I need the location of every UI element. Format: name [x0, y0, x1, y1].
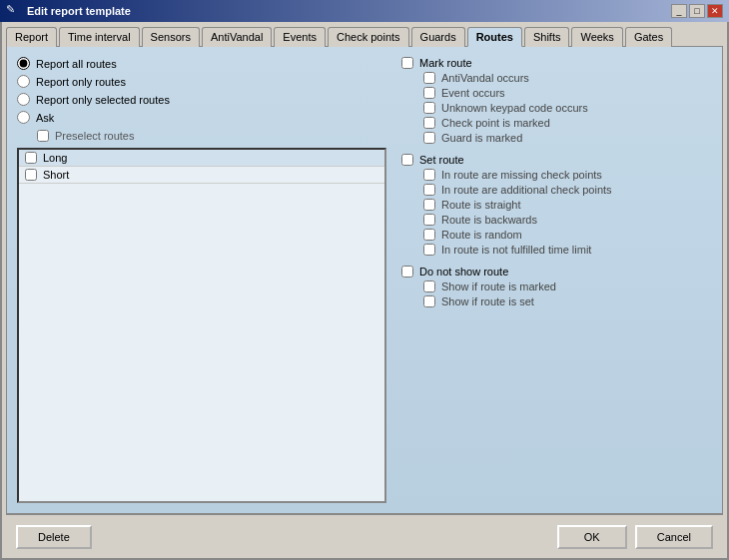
radio-report-only[interactable]: Report only routes [17, 75, 386, 88]
close-button[interactable]: ✕ [707, 4, 723, 18]
sub-additional-checkpoints[interactable]: In route are additional check points [423, 184, 712, 196]
set-route-title: Set route [419, 154, 464, 166]
sub-event-occurs-checkbox[interactable] [423, 87, 435, 99]
cancel-button[interactable]: Cancel [635, 525, 713, 549]
sub-antivandal-occurs-checkbox[interactable] [423, 72, 435, 84]
sub-event-occurs[interactable]: Event occurs [423, 87, 712, 99]
tab-check-points[interactable]: Check points [328, 27, 409, 47]
mark-route-title: Mark route [419, 57, 472, 69]
tab-bar: Report Time interval Sensors AntiVandal … [2, 22, 727, 46]
sub-show-if-marked-checkbox[interactable] [423, 280, 435, 292]
tab-report[interactable]: Report [6, 27, 57, 47]
list-item-short-checkbox[interactable] [25, 169, 37, 181]
radio-ask[interactable]: Ask [17, 111, 386, 124]
tab-weeks[interactable]: Weeks [571, 27, 622, 47]
sub-show-if-marked-label: Show if route is marked [441, 280, 556, 292]
sub-time-limit-label: In route is not fulfilled time limit [441, 244, 591, 256]
set-route-checkbox[interactable] [401, 154, 413, 166]
tab-routes[interactable]: Routes [467, 27, 522, 47]
sub-check-point-marked-checkbox[interactable] [423, 117, 435, 129]
radio-group: Report all routes Report only routes Rep… [17, 57, 386, 124]
sub-event-occurs-label: Event occurs [441, 87, 505, 99]
sub-show-if-marked[interactable]: Show if route is marked [423, 280, 712, 292]
right-panel: Mark route AntiVandal occurs Event occur… [401, 57, 712, 503]
do-not-show-checkbox[interactable] [401, 266, 413, 278]
sub-antivandal-occurs-label: AntiVandal occurs [441, 72, 529, 84]
sub-route-straight-checkbox[interactable] [423, 199, 435, 211]
list-item-short[interactable]: Short [19, 167, 384, 184]
sub-unknown-keypad[interactable]: Unknown keypad code occurs [423, 102, 712, 114]
sub-unknown-keypad-checkbox[interactable] [423, 102, 435, 114]
sub-time-limit[interactable]: In route is not fulfilled time limit [423, 244, 712, 256]
sub-route-backwards[interactable]: Route is backwards [423, 214, 712, 226]
preselect-routes-label: Preselect routes [55, 130, 134, 142]
do-not-show-suboptions: Show if route is marked Show if route is… [423, 280, 712, 307]
bottom-right-buttons: OK Cancel [557, 525, 713, 549]
set-route-suboptions: In route are missing check points In rou… [423, 169, 712, 256]
sub-guard-marked-label: Guard is marked [441, 132, 522, 144]
tab-guards[interactable]: Guards [411, 27, 465, 47]
radio-report-selected-label: Report only selected routes [36, 94, 170, 106]
sub-additional-checkpoints-checkbox[interactable] [423, 184, 435, 196]
sub-show-if-set-label: Show if route is set [441, 295, 534, 307]
sub-antivandal-occurs[interactable]: AntiVandal occurs [423, 72, 712, 84]
preselect-routes-checkbox[interactable]: Preselect routes [37, 130, 386, 142]
routes-list-box[interactable]: Long Short [17, 148, 386, 503]
sub-route-straight[interactable]: Route is straight [423, 199, 712, 211]
list-item-long-checkbox[interactable] [25, 152, 37, 164]
mark-route-section: Mark route AntiVandal occurs Event occur… [401, 57, 712, 150]
tab-time-interval[interactable]: Time interval [59, 27, 140, 47]
sub-check-point-marked[interactable]: Check point is marked [423, 117, 712, 129]
radio-ask-label: Ask [36, 112, 54, 124]
delete-button[interactable]: Delete [16, 525, 92, 549]
sub-time-limit-checkbox[interactable] [423, 244, 435, 256]
minimize-button[interactable]: _ [671, 4, 687, 18]
do-not-show-title: Do not show route [419, 266, 508, 278]
radio-report-all-input[interactable] [17, 57, 30, 70]
sub-unknown-keypad-label: Unknown keypad code occurs [441, 102, 588, 114]
sub-guard-marked-checkbox[interactable] [423, 132, 435, 144]
list-item-long-label: Long [43, 152, 67, 164]
set-route-header: Set route [401, 154, 712, 166]
title-bar: ✎ Edit report template _ □ ✕ [0, 0, 729, 22]
mark-route-header: Mark route [401, 57, 712, 69]
do-not-show-section: Do not show route Show if route is marke… [401, 266, 712, 313]
sub-missing-checkpoints-label: In route are missing check points [441, 169, 602, 181]
radio-report-selected[interactable]: Report only selected routes [17, 93, 386, 106]
sub-route-random-checkbox[interactable] [423, 229, 435, 241]
sub-route-backwards-checkbox[interactable] [423, 214, 435, 226]
tab-antivandal[interactable]: AntiVandal [202, 27, 272, 47]
tab-events[interactable]: Events [274, 27, 326, 47]
sub-guard-marked[interactable]: Guard is marked [423, 132, 712, 144]
radio-report-selected-input[interactable] [17, 93, 30, 106]
tab-gates[interactable]: Gates [625, 27, 672, 47]
sub-missing-checkpoints-checkbox[interactable] [423, 169, 435, 181]
do-not-show-header: Do not show route [401, 266, 712, 278]
set-route-section: Set route In route are missing check poi… [401, 154, 712, 262]
mark-route-suboptions: AntiVandal occurs Event occurs Unknown k… [423, 72, 712, 144]
title-icon: ✎ [6, 3, 22, 19]
sub-show-if-set-checkbox[interactable] [423, 295, 435, 307]
ok-button[interactable]: OK [557, 525, 627, 549]
maximize-button[interactable]: □ [689, 4, 705, 18]
mark-route-checkbox[interactable] [401, 57, 413, 69]
sub-route-random-label: Route is random [441, 229, 522, 241]
radio-ask-input[interactable] [17, 111, 30, 124]
list-item-short-label: Short [43, 169, 69, 181]
tab-shifts[interactable]: Shifts [524, 27, 570, 47]
main-window: Report Time interval Sensors AntiVandal … [0, 22, 729, 560]
content-area: Report all routes Report only routes Rep… [6, 46, 723, 514]
tab-sensors[interactable]: Sensors [142, 27, 200, 47]
radio-report-only-label: Report only routes [36, 76, 126, 88]
sub-additional-checkpoints-label: In route are additional check points [441, 184, 612, 196]
title-buttons: _ □ ✕ [671, 4, 723, 18]
list-item-long[interactable]: Long [19, 150, 384, 167]
sub-route-random[interactable]: Route is random [423, 229, 712, 241]
sub-show-if-set[interactable]: Show if route is set [423, 295, 712, 307]
sub-missing-checkpoints[interactable]: In route are missing check points [423, 169, 712, 181]
preselect-routes-input[interactable] [37, 130, 49, 142]
radio-report-only-input[interactable] [17, 75, 30, 88]
radio-report-all[interactable]: Report all routes [17, 57, 386, 70]
sub-route-straight-label: Route is straight [441, 199, 520, 211]
radio-report-all-label: Report all routes [36, 58, 117, 70]
